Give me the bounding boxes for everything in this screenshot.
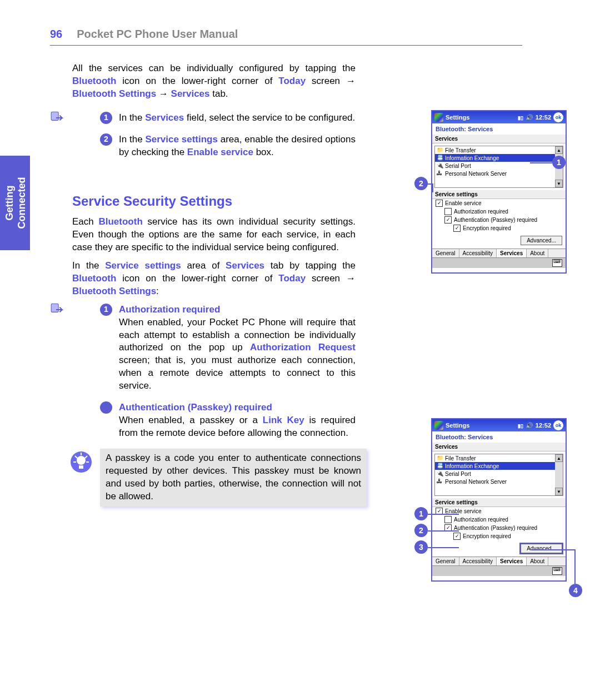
svg-rect-1: [51, 304, 58, 312]
tab-general[interactable]: General: [432, 249, 459, 257]
tab-services[interactable]: Services: [497, 249, 527, 257]
bottom-toolbar: [432, 565, 566, 576]
list-item[interactable]: 📁File Transfer: [435, 146, 555, 154]
list-item[interactable]: 📁File Transfer: [435, 454, 555, 462]
check-authorization[interactable]: Authorization required: [432, 207, 566, 216]
note-arrow-icon: [50, 111, 64, 125]
ok-button[interactable]: ok: [553, 112, 563, 122]
item-authentication: Authentication (Passkey) required When e…: [100, 401, 356, 440]
tip-note: A passkey is a code you enter to authent…: [100, 449, 367, 507]
checkbox-icon[interactable]: [444, 208, 452, 215]
checkbox-icon[interactable]: [436, 200, 443, 207]
list-item[interactable]: 📇Information Exchange: [435, 154, 555, 162]
advanced-button[interactable]: Advanced...: [521, 236, 562, 245]
callout-line: [574, 549, 576, 584]
services-label: Services: [432, 135, 566, 143]
svg-point-3: [77, 456, 86, 465]
check-authorization[interactable]: Authorization required: [432, 515, 566, 524]
clock: 12:52: [536, 114, 551, 121]
callout-line: [428, 547, 459, 548]
clock: 12:52: [536, 422, 551, 429]
tab-accessibility[interactable]: Accessibility: [459, 557, 497, 565]
scroll-down-button[interactable]: ▼: [555, 180, 563, 187]
tab-about[interactable]: About: [527, 557, 548, 565]
start-icon[interactable]: [434, 421, 443, 430]
checkbox-icon[interactable]: [444, 516, 452, 523]
screenshot-services-2: Settings 🔊 12:52 ok Bluetooth: Services …: [431, 418, 567, 582]
scroll-up-button[interactable]: ▲: [555, 146, 563, 154]
manual-title: Pocket PC Phone User Manual: [77, 28, 238, 41]
list-item[interactable]: 📇Information Exchange: [435, 462, 555, 470]
scroll-up-button[interactable]: ▲: [555, 454, 563, 462]
window-titlebar: Settings 🔊 12:52 ok: [432, 419, 566, 431]
tab-about[interactable]: About: [527, 249, 548, 257]
tab-row: General Accessibility Services About: [432, 249, 566, 257]
page-header: 96 Pocket PC Phone User Manual: [50, 28, 522, 46]
svg-rect-0: [51, 112, 58, 120]
bottom-toolbar: [432, 257, 566, 268]
security-paragraph-2: In the Service settings area of Services…: [72, 260, 356, 298]
speaker-icon: 🔊: [526, 422, 533, 429]
callout-line: [530, 162, 552, 163]
bullet-1: 1: [100, 112, 112, 124]
check-encryption[interactable]: Encryption required: [432, 532, 566, 540]
chapter-tab-label: GettingConnected: [3, 177, 27, 229]
checkbox-icon[interactable]: [453, 225, 461, 232]
step-2: 2 In the Service settings area, enable t…: [100, 133, 356, 159]
services-listbox[interactable]: 📁File Transfer 📇Information Exchange 🔌Se…: [434, 454, 563, 496]
chapter-tab: GettingConnected: [0, 156, 30, 250]
checkbox-icon[interactable]: [453, 533, 461, 540]
security-paragraph-1: Each Bluetooth service has its own indiv…: [72, 216, 356, 254]
advanced-button[interactable]: Advanced...: [521, 544, 562, 553]
item-title: Authorization required: [119, 304, 220, 315]
lightbulb-icon: [70, 451, 92, 473]
start-icon[interactable]: [434, 113, 443, 122]
tab-accessibility[interactable]: Accessibility: [459, 249, 497, 257]
ok-button[interactable]: ok: [553, 420, 563, 430]
check-enable-service[interactable]: Enable service: [432, 199, 566, 207]
callout-1: 1: [552, 156, 566, 169]
note-arrow-icon: [50, 302, 64, 317]
item-title: Authentication (Passkey) required: [119, 402, 272, 413]
list-item[interactable]: 🔌Serial Port: [435, 470, 555, 478]
list-item[interactable]: 🖧Personal Network Server: [435, 170, 555, 177]
checkbox-icon[interactable]: [444, 216, 452, 224]
callout-line: [432, 183, 433, 192]
list-item[interactable]: 🖧Personal Network Server: [435, 478, 555, 485]
scrollbar[interactable]: ▲ ▼: [555, 454, 563, 495]
window-titlebar: Settings 🔊 12:52 ok: [432, 111, 566, 123]
callout-2: 2: [414, 177, 428, 190]
check-authentication[interactable]: Authentication (Passkey) required: [432, 216, 566, 224]
window-title: Settings: [446, 114, 469, 121]
check-encryption[interactable]: Encryption required: [432, 224, 566, 232]
callout-line: [428, 514, 459, 515]
callout-line: [531, 549, 576, 550]
callout-2: 2: [414, 524, 428, 537]
signal-icon: [518, 114, 523, 121]
svg-rect-4: [79, 465, 83, 469]
section-heading: Service Security Settings: [72, 192, 356, 210]
service-settings-label: Service settings: [432, 190, 566, 199]
speaker-icon: 🔊: [526, 114, 533, 121]
panel-subtitle: Bluetooth: Services: [432, 431, 566, 443]
intro-paragraph: All the services can be individually con…: [72, 62, 356, 101]
tab-row: General Accessibility Services About: [432, 557, 566, 565]
keyboard-icon[interactable]: [552, 567, 562, 575]
tab-general[interactable]: General: [432, 557, 459, 565]
tab-services[interactable]: Services: [497, 557, 527, 565]
bullet-2: 2: [100, 133, 112, 146]
page-number: 96: [50, 28, 62, 41]
panel-subtitle: Bluetooth: Services: [432, 123, 566, 135]
bullet-1: 1: [100, 304, 112, 316]
window-title: Settings: [446, 422, 469, 429]
step-1: 1 In the Services field, select the serv…: [100, 112, 356, 125]
scroll-down-button[interactable]: ▼: [555, 488, 563, 495]
screenshot-services-1: Settings 🔊 12:52 ok Bluetooth: Services …: [431, 110, 567, 274]
keyboard-icon[interactable]: [552, 259, 562, 267]
callout-3: 3: [414, 540, 428, 554]
bullet-blank: [100, 401, 112, 414]
callout-line: [428, 530, 459, 532]
item-authorization: 1 Authorization required When enabled, y…: [100, 304, 356, 393]
services-listbox[interactable]: 📁File Transfer 📇Information Exchange 🔌Se…: [434, 146, 563, 188]
callout-1: 1: [414, 507, 428, 520]
